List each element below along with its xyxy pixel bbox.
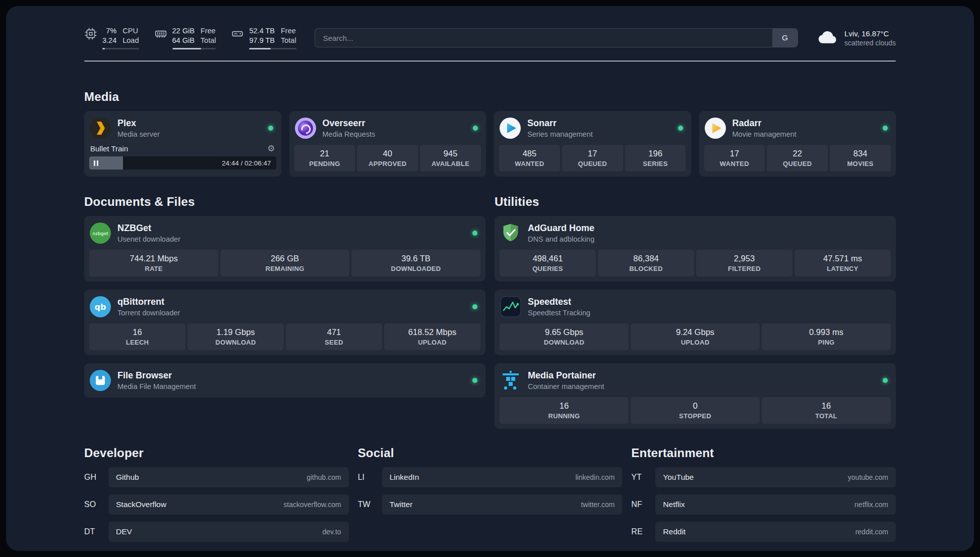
- bookmark-youtube[interactable]: YT YouTube youtube.com: [631, 467, 896, 487]
- bookmark-domain: twitter.com: [581, 500, 615, 509]
- cpu-progress-bar: [102, 48, 139, 49]
- search-provider-button[interactable]: G: [772, 29, 798, 47]
- stat-value: 47.571 ms: [823, 254, 862, 263]
- weather-condition: scattered clouds: [844, 39, 896, 47]
- stat-value: 1.19 Gbps: [216, 327, 255, 337]
- stat-tile: 16 RUNNING: [500, 397, 629, 424]
- service-card-adguard[interactable]: AdGuard Home DNS and adblocking 498,461 …: [495, 216, 896, 282]
- stat-label: FILTERED: [728, 265, 761, 272]
- bookmark-linkedin[interactable]: LI LinkedIn linkedin.com: [358, 467, 623, 487]
- service-card-qbittorrent[interactable]: qb qBittorrent Torrent downloader 16 LEE…: [84, 290, 485, 355]
- stat-label: QUERIES: [532, 265, 563, 272]
- stat-label: QUEUED: [783, 160, 812, 168]
- stat-label: UPLOAD: [418, 339, 447, 346]
- bookmark-dev[interactable]: DT DEV dev.to: [84, 522, 349, 542]
- bookmark-netflix[interactable]: NF Netflix netflix.com: [631, 494, 896, 515]
- cpu-load-label: Load: [122, 36, 139, 45]
- service-name: Sonarr: [527, 118, 672, 129]
- bookmark-stackoverflow[interactable]: SO StackOverflow stackoverflow.com: [84, 494, 349, 515]
- stat-label: RUNNING: [548, 412, 580, 420]
- playback-progress-bar[interactable]: 24:44 / 02:06:47: [89, 156, 276, 170]
- service-description: Container management: [528, 382, 877, 391]
- stat-tile: 16 TOTAL: [762, 397, 891, 424]
- qbittorrent-icon: qb: [89, 296, 111, 318]
- stat-label: DOWNLOADED: [391, 265, 441, 272]
- status-dot: [472, 231, 477, 236]
- bookmark-abbr: RE: [631, 527, 655, 536]
- stat-value: 16: [560, 401, 569, 411]
- stat-label: WANTED: [515, 160, 544, 168]
- bookmark-name: Twitter: [390, 500, 413, 509]
- service-description: Usenet downloader: [117, 235, 466, 243]
- bookmark-name: StackOverflow: [116, 500, 166, 509]
- bookmark-reddit[interactable]: RE Reddit reddit.com: [631, 522, 896, 542]
- bookmark-abbr: TW: [358, 500, 382, 509]
- status-dot: [472, 304, 477, 309]
- stat-label: WANTED: [720, 160, 749, 168]
- status-dot: [678, 126, 683, 131]
- service-name: Speedtest: [528, 297, 891, 308]
- memory-free-label: Free: [201, 26, 216, 36]
- filebrowser-icon: [89, 369, 111, 392]
- stat-label: AVAILABLE: [432, 160, 469, 168]
- gear-icon[interactable]: ⚙: [267, 144, 275, 153]
- service-name: qBittorrent: [117, 297, 466, 308]
- stat-tile: 945 AVAILABLE: [420, 145, 481, 172]
- stat-value: 86,384: [633, 254, 658, 263]
- service-card-plex[interactable]: Plex Media server Bullet Train ⚙ 24:44: [84, 111, 281, 177]
- topbar-divider: [84, 61, 896, 62]
- overseerr-icon: [294, 117, 317, 139]
- dashboard-screen: 7% 3.24 CPU Load: [6, 6, 974, 551]
- stat-tile: 0 STOPPED: [631, 397, 760, 424]
- bookmark-name: Github: [116, 473, 139, 482]
- stat-tile: 2,953 FILTERED: [696, 250, 792, 276]
- stat-label: RATE: [145, 265, 163, 272]
- stat-value: 16: [133, 327, 142, 337]
- stat-value: 0: [693, 401, 697, 411]
- stat-value: 498,461: [533, 254, 563, 263]
- bookmark-twitter[interactable]: TW Twitter twitter.com: [358, 494, 623, 515]
- service-description: Media Requests: [323, 130, 467, 138]
- adguard-icon: [500, 222, 522, 244]
- service-card-nzbget[interactable]: nzbget NZBGet Usenet downloader 744.21 M…: [84, 216, 485, 282]
- status-dot: [268, 126, 273, 131]
- stat-tile: 485 WANTED: [499, 145, 560, 172]
- weather-location: Lviv, 16.87°C: [844, 29, 896, 38]
- bookmark-domain: linkedin.com: [576, 473, 615, 481]
- stat-tile: 17 WANTED: [704, 145, 765, 172]
- service-card-speedtest[interactable]: Speedtest Speedtest Tracking 9.65 Gbps D…: [495, 290, 896, 355]
- stat-tile: 17 QUEUED: [562, 145, 623, 172]
- stat-value: 618.52 Mbps: [408, 327, 456, 337]
- service-name: Plex: [117, 118, 262, 129]
- stat-value: 485: [523, 149, 537, 158]
- memory-total-label: Total: [201, 36, 216, 45]
- section-title-social: Social: [358, 446, 623, 460]
- bookmark-github[interactable]: GH Github github.com: [84, 467, 349, 487]
- section-title-media: Media: [84, 90, 896, 104]
- service-card-radarr[interactable]: Radarr Movie management 17 WANTED 22 QUE…: [699, 111, 896, 177]
- bookmark-name: DEV: [116, 527, 132, 536]
- stat-value: 22: [793, 149, 802, 158]
- disk-free-value: 52.4 TB: [249, 26, 275, 36]
- service-description: Media File Management: [117, 382, 466, 391]
- bookmark-name: Reddit: [663, 527, 686, 536]
- disk-free-label: Free: [281, 26, 296, 36]
- bookmark-domain: dev.to: [323, 528, 341, 536]
- pause-icon[interactable]: [94, 160, 98, 166]
- service-description: Speedtest Tracking: [528, 309, 891, 317]
- service-description: Series management: [527, 130, 672, 138]
- bookmark-abbr: LI: [358, 473, 382, 482]
- bookmark-abbr: DT: [84, 527, 108, 536]
- stat-tile: 47.571 ms LATENCY: [794, 250, 891, 276]
- disk-total-label: Total: [281, 36, 296, 45]
- service-card-sonarr[interactable]: Sonarr Series management 485 WANTED 17 Q…: [494, 111, 691, 177]
- bookmark-abbr: YT: [631, 473, 655, 482]
- service-card-portainer[interactable]: Media Portainer Container management 16 …: [495, 363, 896, 429]
- cpu-icon: [84, 27, 97, 42]
- stat-tile: 22 QUEUED: [767, 145, 828, 172]
- service-card-overseerr[interactable]: Overseerr Media Requests 21 PENDING 40 A…: [289, 111, 486, 177]
- stat-value: 744.21 Mbps: [130, 254, 177, 263]
- search-input[interactable]: [315, 29, 772, 47]
- status-dot: [473, 126, 478, 131]
- service-card-filebrowser[interactable]: File Browser Media File Management: [84, 363, 485, 398]
